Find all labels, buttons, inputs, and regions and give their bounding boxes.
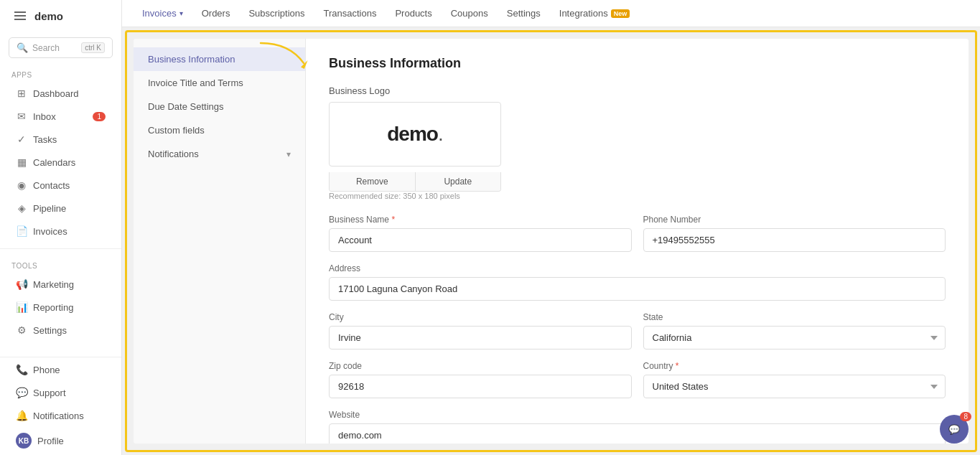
logo-update-button[interactable]: Update <box>416 172 501 191</box>
logo-hint: Recommended size: 350 x 180 pixels <box>329 192 946 200</box>
sidebar-item-label: Dashboard <box>33 88 79 99</box>
address-group: Address <box>329 263 946 301</box>
nav-products[interactable]: Products <box>386 4 440 23</box>
chevron-down-icon: ▾ <box>179 9 183 17</box>
chat-badge: 8 <box>960 412 971 421</box>
inbox-icon: ✉ <box>16 111 27 122</box>
website-group: Website <box>329 410 946 444</box>
state-label: State <box>643 312 946 322</box>
business-name-group: Business Name * <box>329 215 632 252</box>
sidebar-item-pipeline[interactable]: ◈ Pipeline <box>4 197 117 219</box>
sidebar-item-inbox[interactable]: ✉ Inbox 1 <box>4 105 117 127</box>
logo-section-label: Business Logo <box>329 85 946 96</box>
menu-item-due-date[interactable]: Due Date Settings <box>134 95 305 118</box>
phone-label: Phone Number <box>643 215 946 225</box>
phone-group: Phone Number <box>643 215 946 252</box>
logo-remove-button[interactable]: Remove <box>330 172 416 191</box>
menu-item-label: Due Date Settings <box>148 101 224 112</box>
apps-section-label: Apps <box>0 64 121 82</box>
sidebar-item-calendars[interactable]: ▦ Calendars <box>4 151 117 173</box>
website-label: Website <box>329 410 946 420</box>
search-shortcut: ctrl K <box>81 42 105 53</box>
nav-invoices-label: Invoices <box>142 8 177 19</box>
sidebar-item-label: Tasks <box>33 134 57 145</box>
sidebar-item-tasks[interactable]: ✓ Tasks <box>4 128 117 150</box>
marketing-icon: 📢 <box>16 278 27 290</box>
zip-country-row: Zip code Country * United States Canada … <box>329 361 946 398</box>
expand-icon: ▾ <box>286 149 291 159</box>
sidebar-item-reporting[interactable]: 📊 Reporting <box>4 296 117 318</box>
inbox-badge: 1 <box>93 112 106 121</box>
sidebar-item-label: Settings <box>33 325 67 336</box>
sidebar-item-label: Calendars <box>33 157 75 168</box>
settings-menu: Business Information Invoice Title and T… <box>134 39 306 444</box>
sidebar-item-settings[interactable]: ⚙ Settings <box>4 319 117 341</box>
phone-input[interactable] <box>643 228 946 252</box>
content-area: Business Information Invoice Title and T… <box>122 27 980 455</box>
integrations-badge: New <box>611 9 630 18</box>
sidebar-item-profile[interactable]: KB Profile <box>4 428 117 454</box>
search-icon: 🔍 <box>17 42 28 53</box>
state-select[interactable]: California New York Texas <box>643 326 946 350</box>
menu-item-invoice-title[interactable]: Invoice Title and Terms <box>134 71 305 95</box>
contacts-icon: ◉ <box>16 179 27 191</box>
city-group: City <box>329 312 632 350</box>
nav-integrations[interactable]: Integrations New <box>551 4 638 23</box>
nav-transactions[interactable]: Transactions <box>314 4 385 23</box>
sidebar-item-support[interactable]: 💬 Support <box>4 382 117 403</box>
address-input[interactable] <box>329 277 946 301</box>
country-select[interactable]: United States Canada United Kingdom <box>643 375 946 398</box>
sidebar-item-notifications[interactable]: 🔔 Notifications <box>4 405 117 426</box>
sidebar-item-label: Notifications <box>33 411 84 421</box>
menu-item-label: Custom fields <box>148 125 205 136</box>
zip-input[interactable] <box>329 375 632 398</box>
menu-item-label: Notifications <box>148 149 199 159</box>
zip-group: Zip code <box>329 361 632 398</box>
sidebar-item-contacts[interactable]: ◉ Contacts <box>4 174 117 196</box>
sidebar-item-marketing[interactable]: 📢 Marketing <box>4 273 117 295</box>
nav-invoices[interactable]: Invoices ▾ <box>134 4 192 23</box>
app-logo: demo <box>0 0 121 32</box>
search-bar[interactable]: 🔍 Search ctrl K <box>9 37 113 58</box>
sidebar-item-label: Marketing <box>33 279 74 290</box>
reporting-icon: 📊 <box>16 301 27 313</box>
business-name-phone-row: Business Name * Phone Number <box>329 215 946 252</box>
nav-coupons[interactable]: Coupons <box>442 4 497 23</box>
city-input[interactable] <box>329 326 632 350</box>
sidebar-item-label: Profile <box>37 436 64 446</box>
logo-actions: Remove Update <box>329 172 501 192</box>
chat-button[interactable]: 💬 8 <box>940 415 969 444</box>
sidebar-item-label: Invoices <box>33 226 67 237</box>
calendars-icon: ▦ <box>16 156 27 168</box>
business-name-input[interactable] <box>329 228 632 252</box>
nav-transactions-label: Transactions <box>323 8 376 19</box>
sidebar-item-invoices[interactable]: 📄 Invoices <box>4 220 117 242</box>
sidebar-item-label: Inbox <box>33 111 56 122</box>
tasks-icon: ✓ <box>16 133 27 145</box>
dashboard-icon: ⊞ <box>16 88 27 99</box>
sidebar-item-dashboard[interactable]: ⊞ Dashboard <box>4 83 117 104</box>
logo-text: demo. <box>387 123 442 146</box>
support-icon: 💬 <box>16 387 27 398</box>
nav-orders[interactable]: Orders <box>193 4 239 23</box>
sidebar-item-label: Phone <box>33 365 60 375</box>
sidebar: demo 🔍 Search ctrl K Apps ⊞ Dashboard ✉ … <box>0 0 122 455</box>
sidebar-item-label: Pipeline <box>33 203 66 214</box>
nav-orders-label: Orders <box>202 8 230 19</box>
settings-panel: Business Information Invoice Title and T… <box>134 39 969 444</box>
nav-subscriptions-label: Subscriptions <box>248 8 304 19</box>
nav-settings[interactable]: Settings <box>498 4 549 23</box>
sidebar-item-label: Support <box>33 388 66 398</box>
sidebar-item-phone[interactable]: 📞 Phone <box>4 359 117 380</box>
menu-item-notifications[interactable]: Notifications ▾ <box>134 142 305 166</box>
invoices-icon: 📄 <box>16 225 27 237</box>
hamburger-menu[interactable] <box>11 9 29 23</box>
state-group: State California New York Texas <box>643 312 946 350</box>
menu-item-custom-fields[interactable]: Custom fields <box>134 118 305 142</box>
main-content: Invoices ▾ Orders Subscriptions Transact… <box>122 0 980 455</box>
menu-item-label: Business Information <box>148 54 235 65</box>
menu-item-business-information[interactable]: Business Information <box>134 47 305 71</box>
phone-icon: 📞 <box>16 364 27 375</box>
nav-subscriptions[interactable]: Subscriptions <box>240 4 313 23</box>
website-input[interactable] <box>329 423 946 444</box>
